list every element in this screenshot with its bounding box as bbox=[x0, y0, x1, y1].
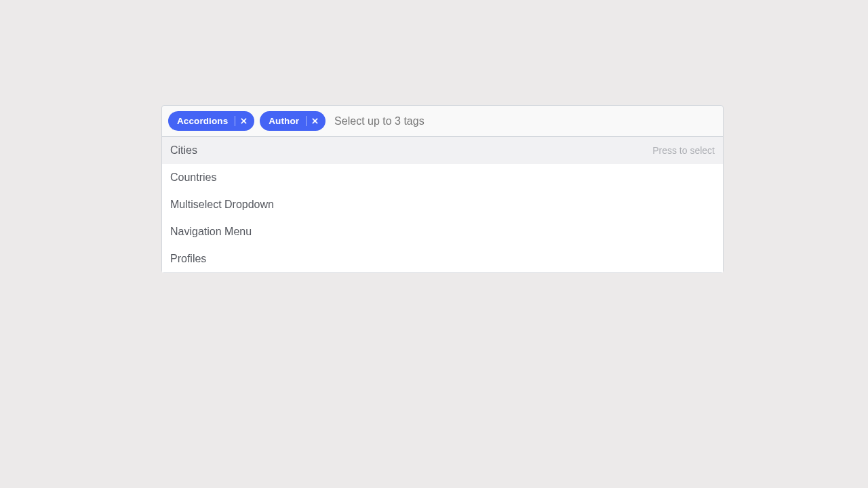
multiselect-options: Cities Press to select Countries Multise… bbox=[162, 137, 723, 272]
tag-label: Author bbox=[260, 117, 305, 126]
tag-remove-author[interactable] bbox=[308, 111, 326, 131]
option-countries[interactable]: Countries bbox=[162, 164, 723, 191]
option-label: Navigation Menu bbox=[170, 226, 252, 238]
tag-accordions: Accordions bbox=[168, 111, 254, 131]
multiselect-input[interactable] bbox=[331, 113, 717, 129]
multiselect-dropdown: Accordions Author Cities P bbox=[161, 105, 724, 273]
close-icon bbox=[312, 118, 318, 124]
option-cities[interactable]: Cities Press to select bbox=[162, 137, 723, 164]
option-navigation-menu[interactable]: Navigation Menu bbox=[162, 218, 723, 245]
option-label: Countries bbox=[170, 171, 216, 184]
option-hint: Press to select bbox=[652, 145, 715, 156]
close-icon bbox=[241, 118, 247, 124]
option-profiles[interactable]: Profiles bbox=[162, 245, 723, 272]
tag-divider bbox=[306, 116, 307, 126]
option-multiselect-dropdown[interactable]: Multiselect Dropdown bbox=[162, 191, 723, 218]
option-label: Cities bbox=[170, 144, 197, 157]
tag-label: Accordions bbox=[168, 117, 234, 126]
option-label: Multiselect Dropdown bbox=[170, 199, 274, 211]
option-label: Profiles bbox=[170, 253, 206, 265]
tag-remove-accordions[interactable] bbox=[237, 111, 254, 131]
multiselect-input-row[interactable]: Accordions Author bbox=[162, 106, 723, 137]
tag-author: Author bbox=[260, 111, 326, 131]
tag-divider bbox=[235, 116, 235, 126]
